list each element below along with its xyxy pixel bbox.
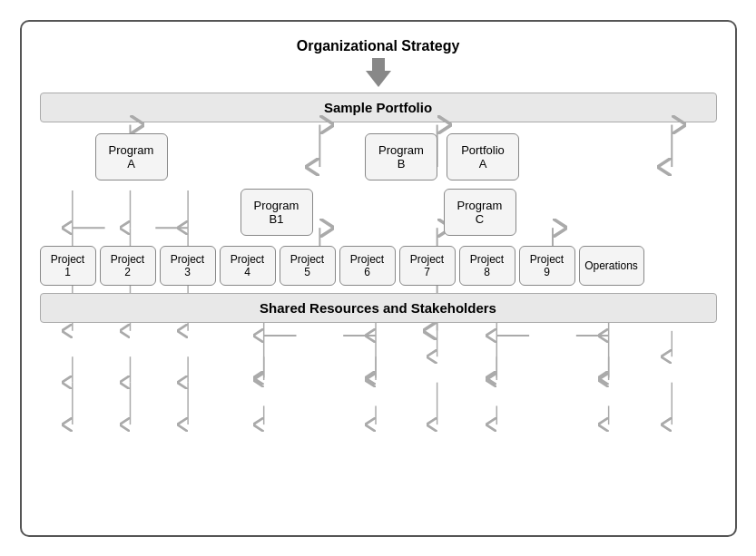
strategy-arrow bbox=[366, 58, 391, 87]
shared-resources-bar: Shared Resources and Stakeholders bbox=[40, 293, 717, 323]
diagram-frame: Organizational Strategy Sample Portfolio bbox=[20, 20, 737, 537]
operations-box: Operations bbox=[579, 246, 644, 286]
project-9-box: Project 9 bbox=[519, 246, 575, 286]
portfolio-bar: Sample Portfolio bbox=[40, 93, 717, 122]
project-4-box: Project 4 bbox=[220, 246, 276, 286]
project-7-box: Project 7 bbox=[399, 246, 456, 286]
org-strategy-title: Organizational Strategy bbox=[297, 38, 460, 54]
program-b-box: Program B bbox=[365, 133, 437, 180]
program-a-box: Program A bbox=[95, 133, 168, 180]
project-3-box: Project 3 bbox=[160, 246, 216, 286]
project-6-box: Project 6 bbox=[339, 246, 396, 286]
program-c-box: Program C bbox=[444, 189, 516, 236]
diagram-grid: Program A Program B Portfolio A Program … bbox=[40, 122, 717, 521]
program-b1-box: Program B1 bbox=[241, 189, 313, 236]
project-5-box: Project 5 bbox=[280, 246, 336, 286]
project-8-box: Project 8 bbox=[459, 246, 515, 286]
portfolio-a-box: Portfolio A bbox=[447, 133, 519, 180]
project-1-box: Project 1 bbox=[40, 246, 96, 286]
project-2-box: Project 2 bbox=[100, 246, 156, 286]
